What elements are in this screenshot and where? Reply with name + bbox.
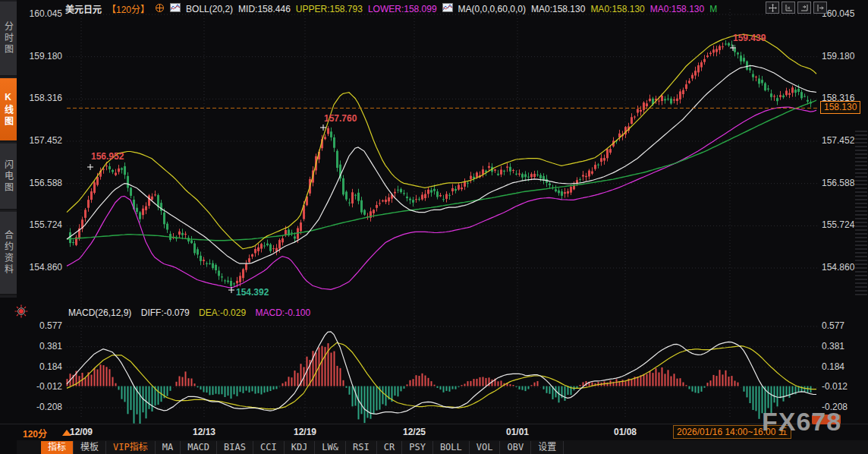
x-axis-row: 120分 2026/01/16 14:00~16:00 五 12/0912/13…: [0, 424, 868, 441]
ma-green-partial: M: [709, 4, 717, 14]
current-bar-time-label: 2026/01/16 14:00~16:00 五: [673, 425, 791, 439]
scale-left-axis-icon[interactable]: [782, 2, 795, 14]
symbol-name: 美元日元: [65, 2, 102, 15]
main-y-axis-label-left: 160.045: [18, 8, 62, 19]
toolbar-item-LW&[interactable]: LW&: [315, 441, 346, 454]
macd-label: MACD(26,12,9): [68, 307, 131, 318]
main-y-axis-label-right: 159.180: [822, 51, 854, 61]
pan-tool-icon[interactable]: [766, 2, 779, 14]
macd-y-axis-label-right: 0.184: [822, 361, 844, 372]
toolbar-item-CCI[interactable]: CCI: [253, 441, 285, 454]
price-extreme-annotation: 154.392: [236, 287, 269, 298]
sidebar-tab-time-chart[interactable]: 分时图: [0, 2, 17, 77]
toolbar-item-指标[interactable]: 指标: [41, 441, 74, 454]
boll-mid-value: MID:158.446: [238, 4, 291, 14]
toolbar-item-BIAS[interactable]: BIAS: [217, 441, 253, 454]
ma-indicator-icon[interactable]: [442, 3, 453, 14]
boll-upper-value: UPPER:158.793: [296, 4, 363, 14]
ma-label: MA(0,0,0,60,0,0): [458, 4, 526, 14]
main-y-axis-label-left: 154.860: [18, 262, 62, 273]
sidebar-tab-lightning-chart[interactable]: 闪电图: [0, 143, 17, 210]
shift-right-icon[interactable]: [813, 2, 827, 14]
toolbar-item-KDJ[interactable]: KDJ: [285, 441, 316, 454]
toolbar-item-设置[interactable]: 设置: [531, 441, 564, 454]
boll-lower-value: LOWER:158.099: [368, 4, 437, 14]
left-sidebar: 分时图 K线图 闪电图 合约资料: [0, 0, 17, 298]
ma0-yellow-value: MA0:158.130: [590, 4, 644, 14]
macd-y-axis-label-right: 0.577: [822, 320, 844, 331]
vertical-scrollbar[interactable]: [855, 131, 867, 296]
macd-y-axis-label-left: -0.208: [18, 402, 62, 412]
ma0-magenta-value: MA0:158.130: [650, 4, 704, 14]
current-price-tag: 158.130: [820, 101, 860, 114]
main-y-axis-label-left: 159.180: [18, 51, 62, 61]
bottom-right-tag: [812, 415, 841, 424]
price-extreme-annotation: 157.760: [324, 113, 357, 124]
alert-blink-icon[interactable]: [13, 303, 30, 320]
main-y-axis-label-right: 156.588: [822, 178, 854, 188]
price-extreme-annotation: 159.439: [733, 33, 766, 43]
chart-header: 美元日元 【120分】 BOLL(20,2) MID:158.446 UPPER…: [65, 2, 722, 15]
chart-canvas: [0, 0, 868, 454]
toolbar-item-VIP指标[interactable]: VIP指标: [106, 441, 156, 454]
sidebar-tab-contract-info[interactable]: 合约资料: [0, 212, 17, 295]
main-y-axis-label-right: 157.452: [822, 135, 854, 146]
macd-y-axis-label-right: -0.208: [822, 402, 848, 412]
trading-terminal: 分时图 K线图 闪电图 合约资料 美元日元 【120分】 BOLL(20,2) …: [0, 0, 868, 454]
main-y-axis-label-left: 157.452: [18, 135, 62, 146]
sidebar-tab-kline-chart[interactable]: K线图: [0, 78, 17, 142]
ma0-white-value: MA0:158.130: [531, 4, 585, 14]
main-y-axis-label-left: 156.588: [18, 178, 62, 188]
x-axis-date-label: 12/13: [193, 427, 215, 437]
toolbar-item-CR[interactable]: CR: [377, 441, 402, 454]
crosshair-toggle-icon[interactable]: [155, 3, 165, 15]
macd-y-axis-label-left: 0.184: [18, 361, 62, 372]
x-axis-date-label: 12/09: [70, 427, 93, 437]
boll-indicator-icon[interactable]: [170, 3, 181, 14]
scale-right-axis-icon[interactable]: [797, 2, 811, 14]
indicator-toolbar: 指标模板VIP指标MAMACDBIASCCIKDJLW&RSICRPSYBOLL…: [41, 441, 564, 454]
toolbar-item-VOL[interactable]: VOL: [470, 441, 501, 454]
toolbar-item-RSI[interactable]: RSI: [346, 441, 377, 454]
macd-y-axis-label-left: 0.577: [18, 320, 62, 331]
boll-label: BOLL(20,2): [186, 4, 233, 14]
macd-dea-value: DEA:-0.029: [199, 307, 246, 318]
toolbar-item-MACD[interactable]: MACD: [181, 441, 217, 454]
toolbar-item-PSY[interactable]: PSY: [402, 441, 433, 454]
chart-tool-buttons: [766, 2, 827, 14]
macd-macd-value: MACD:-0.100: [255, 307, 310, 318]
x-axis-date-label: 01/01: [506, 427, 529, 437]
macd-header: MACD(26,12,9) DIFF:-0.079 DEA:-0.029 MAC…: [68, 307, 317, 318]
main-y-axis-label-left: 155.724: [18, 219, 62, 230]
macd-diff-value: DIFF:-0.079: [141, 307, 190, 318]
timeframe-label: 120分: [23, 427, 47, 440]
x-axis-date-label: 12/19: [294, 427, 316, 437]
toolbar-item-BOLL[interactable]: BOLL: [433, 441, 470, 454]
toolbar-item-OBV[interactable]: OBV: [500, 441, 531, 454]
toolbar-item-模板[interactable]: 模板: [74, 441, 106, 454]
macd-y-axis-label-right: -0.012: [822, 381, 848, 392]
macd-y-axis-label-left: 0.381: [18, 341, 62, 352]
macd-y-axis-label-right: 0.381: [822, 341, 844, 352]
main-y-axis-label-right: 154.860: [822, 262, 854, 273]
main-y-axis-label-left: 158.316: [18, 93, 62, 103]
x-axis-date-label: 01/08: [614, 427, 637, 437]
toolbar-item-MA[interactable]: MA: [156, 441, 181, 454]
main-y-axis-label-right: 155.724: [822, 219, 854, 230]
price-extreme-annotation: 156.952: [91, 151, 124, 162]
period-badge[interactable]: 【120分】: [107, 2, 149, 15]
macd-y-axis-label-left: -0.012: [18, 381, 62, 392]
x-axis-date-label: 12/25: [403, 427, 426, 437]
